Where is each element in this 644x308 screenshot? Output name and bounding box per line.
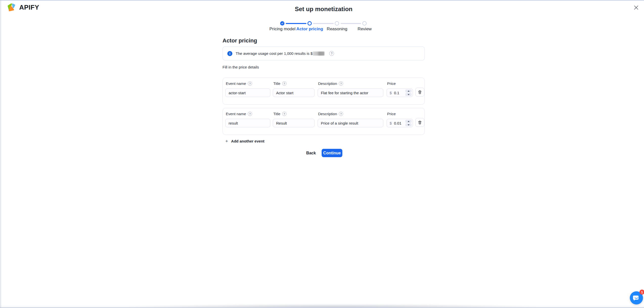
step-connector-done	[286, 23, 306, 24]
title-input[interactable]	[273, 119, 315, 127]
notification-badge: 1	[639, 290, 644, 295]
help-icon[interactable]: ?	[329, 51, 334, 56]
field-label-text: Title	[273, 112, 280, 116]
field-label-text: Title	[273, 81, 280, 86]
page-title: Actor pricing	[223, 37, 425, 44]
decrement-button[interactable]	[405, 93, 412, 96]
help-icon[interactable]: ?	[339, 112, 343, 116]
apify-logo-icon	[7, 3, 15, 12]
info-icon: i	[227, 51, 232, 56]
step-label-review[interactable]: Review	[358, 27, 372, 32]
step-circle-actor-pricing[interactable]	[307, 21, 312, 26]
increment-button[interactable]	[405, 120, 412, 123]
price-input-group: $	[387, 119, 413, 127]
step-circle-review[interactable]	[362, 21, 367, 26]
brand-wordmark: APIFY	[19, 4, 39, 11]
event-name-label: Event name ?	[226, 112, 270, 116]
info-banner: i The average usage cost per 1,000 resul…	[223, 46, 425, 60]
currency-symbol: $	[387, 91, 392, 95]
price-stepper	[405, 89, 412, 96]
arrow-up-icon	[408, 90, 410, 92]
price-label: Price	[387, 81, 413, 86]
step-connector-todo	[341, 23, 361, 24]
event-row-card: Event name ? Title ? Description ? Price…	[223, 78, 425, 105]
delete-event-button[interactable]	[415, 118, 424, 127]
increment-button[interactable]	[405, 89, 412, 92]
field-label-text: Price	[387, 112, 396, 116]
price-input[interactable]	[392, 91, 403, 95]
plus-icon: +	[225, 139, 228, 144]
price-input[interactable]	[392, 121, 403, 125]
help-icon[interactable]: ?	[339, 81, 343, 86]
window-edge-top	[0, 0, 644, 1]
window-edge-left	[1, 1, 1, 308]
help-icon[interactable]: ?	[248, 112, 252, 116]
step-circle-pricing-model[interactable]	[280, 21, 284, 26]
event-name-input[interactable]	[225, 119, 270, 127]
arrow-down-icon	[408, 124, 410, 126]
field-label-text: Price	[387, 81, 396, 86]
decrement-button[interactable]	[405, 123, 412, 126]
add-another-event-label: Add another event	[231, 139, 264, 143]
event-row-card: Event name ? Title ? Description ? Price…	[223, 108, 425, 135]
description-label: Description ?	[318, 81, 383, 86]
description-input[interactable]	[318, 119, 383, 127]
price-stepper	[405, 120, 412, 126]
back-button[interactable]: Back	[303, 149, 319, 157]
price-details-subtitle: Fill in the price details	[223, 65, 259, 69]
trash-icon	[418, 120, 422, 125]
help-icon[interactable]: ?	[282, 81, 286, 86]
help-icon[interactable]: ?	[282, 112, 286, 116]
price-label: Price	[387, 112, 413, 116]
info-banner-text: The average usage cost per 1,000 results…	[236, 51, 326, 56]
currency-symbol: $	[387, 121, 392, 125]
help-icon[interactable]: ?	[248, 81, 252, 86]
arrow-up-icon	[408, 121, 410, 122]
event-name-input[interactable]	[225, 88, 270, 97]
description-input[interactable]	[318, 88, 383, 97]
field-label-text: Event name	[226, 112, 246, 116]
check-icon	[281, 22, 284, 25]
description-label: Description ?	[318, 112, 383, 116]
step-label-reasoning[interactable]: Reasoning	[327, 27, 347, 32]
dock-shadow	[129, 304, 536, 307]
continue-button[interactable]: Continue	[322, 149, 342, 157]
event-name-label: Event name ?	[226, 81, 270, 86]
step-label-pricing-model[interactable]: Pricing model	[270, 27, 296, 32]
field-label-text: Event name	[226, 81, 246, 86]
add-another-event-button[interactable]: + Add another event	[225, 139, 264, 144]
modal-title: Set up monetization	[295, 6, 352, 13]
close-icon	[633, 5, 639, 11]
chat-bubble-icon	[633, 295, 640, 301]
apify-brand: APIFY	[7, 3, 39, 12]
close-button[interactable]	[632, 4, 640, 11]
delete-event-button[interactable]	[415, 88, 424, 97]
title-label: Title ?	[273, 112, 315, 116]
step-circle-reasoning[interactable]	[335, 21, 339, 26]
info-banner-text-content: The average usage cost per 1,000 results…	[236, 51, 313, 56]
step-label-actor-pricing[interactable]: Actor pricing	[296, 27, 323, 32]
arrow-down-icon	[408, 94, 410, 95]
step-connector-todo	[313, 23, 334, 24]
trash-icon	[418, 90, 422, 94]
redacted-value	[313, 52, 324, 56]
price-input-group: $	[387, 88, 413, 97]
field-label-text: Description	[318, 112, 337, 116]
title-input[interactable]	[273, 88, 315, 97]
field-label-text: Description	[318, 81, 337, 86]
title-label: Title ?	[273, 81, 315, 86]
